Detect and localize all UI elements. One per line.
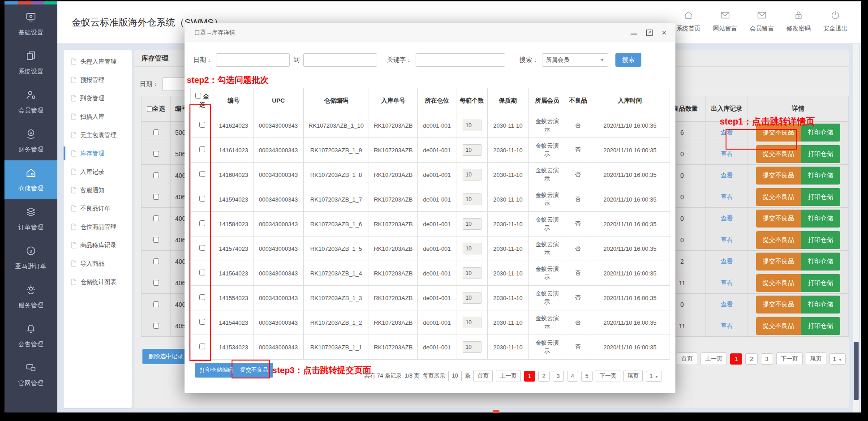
per-box-qty-input[interactable]: 10 <box>463 169 481 180</box>
batch-checkbox[interactable] <box>199 294 205 300</box>
row-checkbox[interactable] <box>153 172 159 178</box>
view-record-link[interactable]: 查看 <box>721 172 733 180</box>
batch-checkbox[interactable] <box>199 196 205 202</box>
modal-page-5[interactable]: 5 <box>581 371 593 382</box>
print-storage-button[interactable]: 打印仓储 <box>801 124 840 142</box>
sidebar-item-service-management[interactable]: 服务管理 <box>4 277 57 316</box>
submit-defective-button[interactable]: 提交不良品 <box>756 167 801 185</box>
nav-system-home[interactable]: 系统首页 <box>676 9 700 33</box>
submit-defective-button[interactable]: 提交不良品 <box>756 210 801 228</box>
member-filter-select[interactable]: 所属会员 ▼ <box>542 53 608 67</box>
print-storage-button[interactable]: 打印仓储 <box>801 188 840 206</box>
view-record-link[interactable]: 查看 <box>721 150 733 158</box>
modal-page-last[interactable]: 尾页 <box>623 370 643 382</box>
print-storage-button[interactable]: 打印仓储 <box>801 210 840 228</box>
print-storage-button[interactable]: 打印仓储 <box>801 231 840 249</box>
row-checkbox[interactable] <box>153 237 159 243</box>
page-number-2[interactable]: 2 <box>745 353 757 365</box>
nav-change-password[interactable]: 修改密码 <box>786 9 811 33</box>
secondary-menu-item[interactable]: 到货管理 <box>64 89 132 107</box>
print-storage-codes-button[interactable]: 打印仓储编码 <box>195 363 238 378</box>
per-box-qty-input[interactable]: 10 <box>463 292 481 304</box>
batch-checkbox[interactable] <box>199 122 205 128</box>
view-record-link[interactable]: 查看 <box>721 193 733 201</box>
submit-defective-button[interactable]: 提交不良品 <box>756 317 801 335</box>
search-button[interactable]: 搜索 <box>615 53 641 67</box>
secondary-menu-item[interactable]: 仓储统计图表 <box>64 273 132 291</box>
secondary-menu-item[interactable]: 客服通知 <box>64 181 132 199</box>
batch-checkbox[interactable] <box>199 270 205 275</box>
row-checkbox[interactable] <box>153 194 159 200</box>
page-number-1[interactable]: 1 <box>730 353 742 365</box>
page-jump-select[interactable]: 1▼ <box>829 353 846 365</box>
modal-page-3[interactable]: 3 <box>553 371 564 382</box>
submit-defective-button[interactable]: 提交不良品 <box>756 124 801 142</box>
submit-defective-button[interactable]: 提交不良品 <box>235 363 273 378</box>
date-from-input[interactable] <box>216 53 290 67</box>
date-to-input[interactable] <box>303 53 377 67</box>
batch-checkbox[interactable] <box>199 319 205 325</box>
nav-member-messages[interactable]: 会员留言 <box>750 9 774 33</box>
modal-page-2[interactable]: 2 <box>538 371 550 382</box>
print-storage-button[interactable]: 打印仓储 <box>801 296 840 314</box>
per-box-qty-input[interactable]: 10 <box>463 317 481 328</box>
row-checkbox[interactable] <box>153 323 159 329</box>
close-icon[interactable]: × <box>662 30 666 36</box>
keyword-input[interactable] <box>416 53 505 67</box>
print-storage-button[interactable]: 打印仓储 <box>801 145 840 163</box>
row-checkbox[interactable] <box>153 151 159 157</box>
sidebar-item-website-management[interactable]: 官网管理 <box>4 355 57 394</box>
view-record-link[interactable]: 查看 <box>721 279 733 287</box>
sidebar-item-announcement-management[interactable]: 公告管理 <box>4 316 57 355</box>
print-storage-button[interactable]: 打印仓储 <box>801 167 840 185</box>
submit-defective-button[interactable]: 提交不良品 <box>756 296 801 314</box>
row-checkbox[interactable] <box>153 129 159 135</box>
secondary-menu-item[interactable]: 头程入库管理 <box>64 52 132 71</box>
view-record-link[interactable]: 查看 <box>721 258 733 266</box>
per-box-qty-input[interactable]: 10 <box>463 144 481 156</box>
secondary-menu-item[interactable]: 商品移库记录 <box>64 236 132 254</box>
maximize-icon[interactable]: ↗ <box>646 30 653 36</box>
secondary-menu-item[interactable]: 入库记录 <box>64 163 132 181</box>
minimize-icon[interactable] <box>631 34 637 34</box>
view-record-link[interactable]: 查看 <box>721 236 733 244</box>
sidebar-item-member-management[interactable]: 会员管理 <box>4 82 57 121</box>
view-record-link[interactable]: 查看 <box>721 301 733 309</box>
nav-site-messages[interactable]: 网站留言 <box>713 9 737 33</box>
row-checkbox[interactable] <box>153 280 159 286</box>
submit-defective-button[interactable]: 提交不良品 <box>756 188 801 206</box>
sidebar-item-amazon-orders[interactable]: a 亚马逊订单 <box>4 238 57 277</box>
modal-page-jump-select[interactable]: 1▼ <box>646 371 662 382</box>
secondary-menu-item[interactable]: 导入商品 <box>64 254 132 273</box>
sidebar-item-basic-settings[interactable]: 基础设置 <box>4 4 57 43</box>
batch-checkbox[interactable] <box>199 146 205 152</box>
modal-page-1[interactable]: 1 <box>524 371 535 382</box>
batch-checkbox[interactable] <box>199 220 205 226</box>
per-box-qty-input[interactable]: 10 <box>463 120 481 131</box>
scrollbar-thumb[interactable] <box>854 342 859 400</box>
secondary-menu-item[interactable]: 库存管理 <box>64 144 132 163</box>
submit-defective-button[interactable]: 提交不良品 <box>756 274 801 292</box>
print-storage-button[interactable]: 打印仓储 <box>801 274 840 292</box>
modal-page-4[interactable]: 4 <box>567 371 578 382</box>
delete-selected-button[interactable]: 删除选中记录 <box>142 349 189 364</box>
sidebar-item-warehouse-management[interactable]: 仓储管理 <box>4 160 57 199</box>
secondary-menu-item[interactable]: 无主包裹管理 <box>64 126 132 144</box>
page-number-3[interactable]: 3 <box>761 353 773 365</box>
modal-page-next[interactable]: 下一页 <box>596 370 621 382</box>
view-record-link[interactable]: 查看 <box>721 322 733 330</box>
modal-page-prev[interactable]: 上一页 <box>496 370 521 382</box>
row-checkbox[interactable] <box>153 301 159 307</box>
row-checkbox[interactable] <box>153 258 159 264</box>
page-next[interactable]: 下一页 <box>776 352 803 365</box>
per-box-qty-input[interactable]: 10 <box>463 243 481 254</box>
select-all-checkbox[interactable] <box>147 106 153 112</box>
secondary-menu-item[interactable]: 扫描入库 <box>64 107 132 126</box>
per-box-qty-input[interactable]: 10 <box>463 218 481 230</box>
view-record-link[interactable]: 查看 <box>721 129 733 137</box>
modal-page-first[interactable]: 首页 <box>473 370 493 382</box>
secondary-menu-item[interactable]: 不良品订单 <box>64 199 132 218</box>
select-all-checkbox[interactable] <box>195 93 201 99</box>
submit-defective-button[interactable]: 提交不良品 <box>756 231 801 249</box>
page-prev[interactable]: 上一页 <box>700 352 727 365</box>
